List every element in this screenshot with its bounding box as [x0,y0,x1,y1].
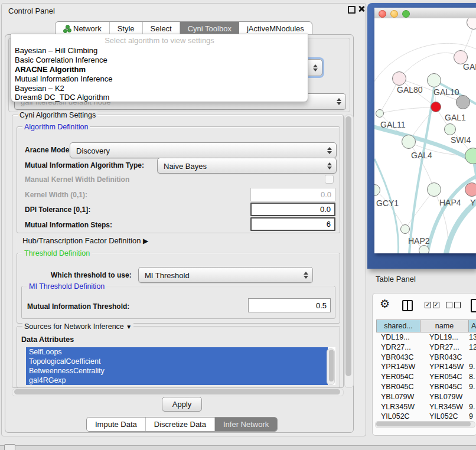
list-item[interactable]: BetweennessCentrality [26,366,328,376]
mi-threshold-input[interactable]: 0.5 [248,298,331,312]
tab-infer-network[interactable]: Infer Network [215,418,277,431]
float-panel-icon[interactable] [348,6,356,14]
network-node[interactable] [392,71,406,86]
network-node[interactable] [427,182,441,197]
settings-group-title: Cyni Algorithm Settings [18,111,97,119]
table-cell: YDL19... [381,333,410,341]
algorithm-option[interactable]: Dream8 DC_TDC Algorithm [15,93,109,102]
kernel-width-input[interactable]: 0.0 [250,188,335,201]
network-node-label: SWI4 [451,135,471,145]
table-row[interactable]: YBR045CYBR045C9. [374,383,475,393]
table-cell: 9. [469,363,475,371]
list-item[interactable]: TopologicalCoefficient [26,357,328,366]
close-traffic-light-icon[interactable] [379,10,386,18]
table-cell: YLR345W [429,403,463,411]
network-node[interactable] [465,182,476,197]
table-row[interactable]: YLR345WYLR345W9. [374,403,475,413]
list-item[interactable]: gal4RGexp [26,376,328,385]
network-node-label: HAP4 [439,198,461,207]
mi-type-label: Mutual Information Algorithm Type: [25,161,144,169]
minimize-traffic-light-icon[interactable] [390,10,398,18]
table-cell: YBR043C [429,353,462,361]
algorithm-option[interactable]: Basic Correlation Inference [15,56,107,64]
bottom-window-edge [0,445,476,450]
tab-discretize-data-label: Discretize Data [154,420,206,429]
settings-hscrollbar-thumb[interactable] [14,389,340,394]
algorithm-dropdown-popup: Select algorithm to view settings Bayesi… [11,34,308,102]
mi-type-combo[interactable]: Naive Bayes [157,158,337,174]
tab-impute-data[interactable]: Impute Data [87,418,146,431]
tab-style-label: Style [118,24,135,33]
network-node[interactable] [431,102,441,112]
hub-definition-label: Hub/Transcription Factor Definition [22,236,141,245]
network-window-titlebar[interactable] [374,8,476,19]
table-row[interactable]: YPR145WYPR145W9. [374,363,475,373]
zoom-traffic-light-icon[interactable] [402,10,410,18]
which-threshold-combo[interactable]: MI Threshold [138,267,313,283]
table-cell: 12 [469,343,476,351]
network-node-label: GAL80 [397,85,423,94]
table-row[interactable]: YDR27...YDR27...12 [374,343,475,353]
corner-grip-button[interactable] [4,444,15,450]
list-item[interactable]: SelfLoops [26,347,328,357]
network-node[interactable] [419,245,429,253]
tab-jactivemnodules-label: jActiveMNodules [247,24,304,33]
table-row[interactable]: YER054CYER054C8. [374,373,475,383]
network-node[interactable] [427,73,441,87]
manual-kernel-checkbox[interactable] [325,175,334,184]
table-cell: YDR27... [429,343,459,351]
data-attributes-list[interactable]: SelfLoops TopologicalCoefficient Between… [26,347,335,385]
tab-select[interactable]: Select [143,22,180,35]
network-canvas[interactable]: GALGAL80GAL10GAL11GAL1SWI4GAL4GCY1HAP4YH… [374,18,476,253]
network-node[interactable] [456,95,470,109]
kernel-width-label: Kernel Width (0,1): [25,191,87,199]
list-scrollbar-thumb[interactable] [329,350,334,381]
algorithm-option[interactable]: Bayesian – K2 [15,84,64,93]
table-row[interactable]: YBR043CYBR043C [374,353,475,363]
close-panel-icon[interactable] [357,5,365,12]
table-cell: YPR145W [429,363,464,371]
table-row[interactable]: YIL052CYIL052C9 [374,412,475,420]
table-cell: YBL079W [429,393,462,401]
manual-kernel-label: Manual Kernel Width Definition [25,175,129,184]
expand-arrow-icon: ▶ [143,237,148,245]
network-node-label: HAP2 [408,236,430,246]
table-cell: YER054C [429,373,462,381]
network-node[interactable] [402,135,416,149]
algorithm-definition-title: Algorithm Definition [22,123,90,131]
network-node[interactable] [444,123,456,135]
network-node-label: GAL4 [411,151,432,160]
which-threshold-value: MI Threshold [145,270,190,279]
tab-cyni-toolbox-label: Cyni Toolbox [188,24,232,33]
sources-group-title[interactable]: Sources for Network Inference ▼ [22,322,133,331]
network-node-label: GAL1 [445,113,466,122]
network-node[interactable] [376,109,384,118]
table-row[interactable]: YDL19...YDL19...13 [374,333,475,343]
dpi-tolerance-input[interactable]: 0.0 [250,203,335,216]
aracne-mode-combo[interactable]: Discovery [70,142,337,158]
apply-button[interactable]: Apply [162,397,202,412]
hub-definition-toggle[interactable]: Hub/Transcription Factor Definition ▶ [22,236,148,245]
collapse-arrow-icon: ▼ [126,324,132,330]
algorithm-option[interactable]: Mutual Information Inference [15,74,112,83]
tab-style[interactable]: Style [110,22,143,35]
table-cell: 13 [469,333,476,341]
tab-cyni-toolbox[interactable]: Cyni Toolbox [180,22,239,35]
table-row[interactable]: YBL079WYBL079W [374,393,475,403]
algorithm-popup-prompt: Select algorithm to view settings [11,36,308,45]
tab-network-label: Network [73,24,102,33]
algorithm-option[interactable]: Bayesian – Hill Climbing [15,46,97,55]
tab-jactivemnodules[interactable]: jActiveMNodules [239,22,312,35]
network-node[interactable] [400,224,410,234]
table-hscrollbar-thumb[interactable] [376,422,471,426]
tab-discretize-data[interactable]: Discretize Data [146,418,215,431]
table-cell: YBR045C [429,383,462,391]
table-cell: YBR045C [381,383,414,391]
data-attributes-label: Data Attributes [21,335,74,344]
settings-scrollbar-thumb[interactable] [345,116,351,376]
algorithm-option-selected[interactable]: ARACNE Algorithm [15,65,86,74]
tab-network[interactable]: Network [56,22,110,35]
mi-steps-input[interactable]: 6 [250,217,335,231]
tab-infer-network-label: Infer Network [223,420,269,429]
network-tab-icon [63,25,70,32]
